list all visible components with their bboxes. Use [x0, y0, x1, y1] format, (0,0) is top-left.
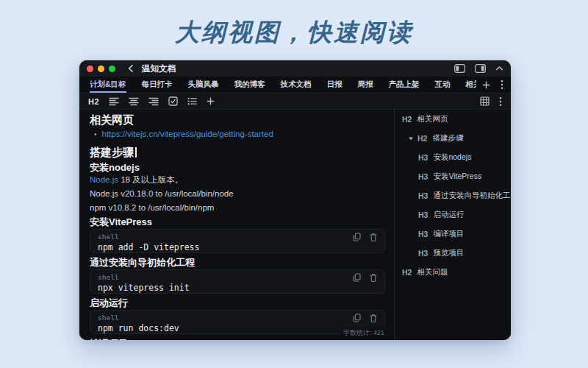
tab-item[interactable]: 头脑风暴: [188, 77, 219, 93]
doc-paragraph: Node.js 18 及以上版本。: [90, 174, 385, 185]
doc-heading-h2: 相关网页: [90, 113, 385, 127]
outline-item[interactable]: H2相关问题: [395, 263, 511, 282]
tab-item[interactable]: 计划&目标: [90, 77, 126, 93]
doc-text: npm v10.8.2 to /usr/local/bin/npm: [90, 203, 214, 212]
chevron-left-icon: [127, 64, 135, 73]
outline-item[interactable]: H3编译项目: [395, 224, 511, 244]
code-block[interactable]: shellnpm add -D vitepress: [90, 229, 385, 253]
outline-item-label: 相关问题: [417, 267, 448, 277]
tab-bar: 计划&目标每日打卡头脑风暴我的博客技术文档日报周报产品上架互动相关产品用户反馈: [79, 77, 511, 93]
outline-level-badge: H3: [418, 249, 428, 258]
list-icon[interactable]: [187, 97, 197, 105]
outline-level-badge: H3: [418, 230, 428, 238]
toolbar-left-group: H2: [88, 96, 215, 106]
code-block-header: shell: [98, 273, 377, 281]
page-headline: 大纲视图，快速阅读: [0, 16, 588, 49]
align-left-icon[interactable]: [109, 97, 119, 106]
copy-icon[interactable]: [353, 273, 361, 282]
titlebar-actions: [454, 64, 503, 73]
page-background: 大纲视图，快速阅读 温知文档 计划&目标每日打卡头脑风暴我的博客技术文档日报周报…: [0, 0, 588, 368]
outline-item-label: 相关网页: [417, 114, 448, 124]
tab-item[interactable]: 每日打卡: [142, 77, 173, 93]
triangle-down-icon[interactable]: [408, 135, 414, 141]
doc-heading-text: 相关网页: [90, 113, 134, 126]
zoom-button[interactable]: [109, 66, 115, 72]
outline-level-badge: H2: [402, 268, 412, 277]
outline-level-badge: H2: [402, 115, 412, 124]
traffic-lights: [87, 66, 115, 72]
document-blocks: 相关网页•https://vitejs.cn/vitepress/guide/g…: [90, 113, 385, 340]
doc-heading-h3: 通过安装向导初始化工程: [90, 256, 385, 269]
panel-left-icon[interactable]: [454, 64, 465, 73]
doc-hyperlink[interactable]: https://vitejs.cn/vitepress/guide/gettin…: [102, 129, 273, 140]
outline-item-label: 安装nodejs: [433, 152, 471, 163]
outline-item-label: 安装VitePress: [433, 171, 481, 182]
plus-icon[interactable]: [482, 81, 490, 89]
tab-item[interactable]: 日报: [327, 77, 343, 93]
outline-item[interactable]: H2搭建步骤: [395, 129, 511, 148]
outline-item[interactable]: H3启动运行: [395, 205, 511, 224]
outline-level-badge: H2: [417, 134, 427, 143]
outline-item[interactable]: H3通过安装向导初始化工程: [395, 186, 511, 205]
outline-level-badge: H3: [418, 191, 428, 200]
trash-icon[interactable]: [370, 273, 377, 282]
doc-text: 18 及以上版本。: [118, 175, 183, 184]
chevron-up-icon[interactable]: [495, 66, 503, 71]
trash-icon[interactable]: [370, 233, 377, 241]
window-title: 温知文档: [142, 63, 176, 74]
doc-heading-text: 安装VitePress: [90, 216, 152, 227]
plus-icon[interactable]: [207, 97, 215, 105]
heading-level-button[interactable]: H2: [88, 97, 99, 106]
panel-right-icon[interactable]: [475, 64, 486, 73]
code-text: npm run docs:dev: [98, 324, 377, 333]
code-block[interactable]: shellnpx vitepress init: [90, 269, 385, 294]
tab-item[interactable]: 我的博客: [234, 77, 265, 93]
outline-level-badge: H3: [418, 153, 428, 162]
doc-heading-h3: 安装nodejs: [90, 161, 385, 174]
outline-item[interactable]: H3安装nodejs: [395, 148, 511, 167]
doc-heading-h3: 启动运行: [90, 297, 385, 310]
copy-icon[interactable]: [353, 233, 361, 241]
document-content[interactable]: 相关网页•https://vitejs.cn/vitepress/guide/g…: [79, 110, 394, 340]
code-text: npx vitepress init: [98, 283, 377, 293]
checkbox-icon[interactable]: [168, 96, 178, 106]
trash-icon[interactable]: [370, 314, 377, 322]
tab-item[interactable]: 互动: [435, 77, 451, 93]
code-block-actions: [353, 273, 377, 282]
outline-item[interactable]: H3预览项目: [395, 244, 511, 263]
outline-item-label: 通过安装向导初始化工程: [433, 191, 511, 201]
outline-item-label: 启动运行: [433, 210, 464, 220]
kebab-icon[interactable]: [499, 96, 502, 107]
code-block-actions: [353, 233, 377, 241]
back-button[interactable]: [127, 64, 135, 73]
align-center-icon[interactable]: [129, 97, 139, 106]
doc-text: Node.js v20.18.0 to /usr/local/bin/node: [90, 189, 234, 198]
format-toolbar: H2: [79, 93, 511, 110]
align-right-icon[interactable]: [148, 97, 159, 106]
copy-icon[interactable]: [353, 314, 361, 322]
tabbar-actions: [476, 77, 503, 93]
outline-item-label: 搭建步骤: [432, 133, 463, 144]
tab-item[interactable]: 产品上架: [389, 77, 420, 93]
table-icon[interactable]: [480, 96, 490, 106]
code-language-label: shell: [98, 314, 119, 322]
outline-item-label: 编译项目: [433, 229, 464, 239]
code-language-label: shell: [98, 233, 119, 241]
doc-hyperlink[interactable]: Node.js: [90, 175, 118, 184]
word-count: 字数统计: 421: [341, 328, 387, 339]
text-cursor: [135, 147, 137, 158]
outline-item[interactable]: H3安装VitePress: [395, 167, 511, 186]
doc-heading-text: 启动运行: [90, 297, 128, 308]
kebab-icon[interactable]: [501, 79, 503, 90]
doc-paragraph: npm v10.8.2 to /usr/local/bin/npm: [90, 202, 385, 213]
doc-heading-h3: 安装VitePress: [90, 216, 385, 229]
tab-item[interactable]: 相关产品: [466, 77, 476, 93]
code-block-header: shell: [98, 314, 377, 322]
tab-list: 计划&目标每日打卡头脑风暴我的博客技术文档日报周报产品上架互动相关产品用户反馈: [90, 77, 476, 93]
minimize-button[interactable]: [98, 66, 104, 72]
tab-item[interactable]: 周报: [358, 77, 373, 93]
tab-item[interactable]: 技术文档: [281, 77, 312, 93]
outline-level-badge: H3: [418, 210, 428, 219]
outline-item[interactable]: H2相关网页: [395, 110, 511, 129]
close-button[interactable]: [87, 66, 93, 72]
